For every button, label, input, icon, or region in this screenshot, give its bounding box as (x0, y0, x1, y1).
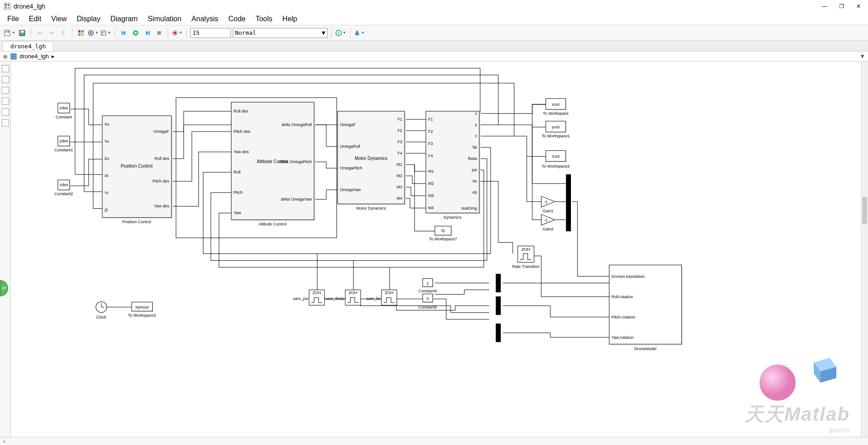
new-model-button[interactable]: ▼ (4, 29, 15, 37)
block-gain1[interactable]: -1 Gain1 (541, 196, 555, 213)
step-forward-button[interactable] (142, 28, 152, 38)
stop-time-input[interactable] (190, 28, 231, 38)
menu-file[interactable]: File (3, 14, 24, 24)
run-button[interactable] (131, 28, 141, 38)
maximize-button[interactable]: ❐ (839, 3, 845, 9)
svg-rect-10 (78, 30, 80, 33)
hide-browser-button[interactable]: ◉ (3, 53, 8, 60)
stop-button[interactable] (154, 28, 164, 38)
svg-text:Motor Dynamics: Motor Dynamics (355, 156, 387, 161)
palette-image-icon[interactable] (2, 108, 9, 116)
up-button[interactable]: ⇧ (58, 28, 68, 38)
palette-annotate-icon[interactable] (2, 98, 9, 105)
svg-text:OmegaF: OmegaF (153, 129, 170, 134)
svg-rect-19 (122, 31, 123, 35)
block-to-workspace-f3[interactable]: f3 To Workspace7 (429, 226, 457, 241)
forward-button[interactable]: ⇨ (47, 28, 57, 38)
block-mux-3[interactable] (496, 297, 500, 315)
breadcrumb-dropdown[interactable]: ▼ (859, 53, 865, 60)
svg-rect-16 (101, 31, 106, 35)
model-tab[interactable]: drone4_lgh (3, 41, 53, 51)
palette-box-icon[interactable] (2, 119, 9, 126)
svg-text:zout: zout (552, 154, 560, 159)
record-button[interactable]: ▼ (172, 30, 183, 36)
palette-signal-icon[interactable] (2, 87, 9, 94)
svg-text:Constant1: Constant1 (54, 148, 73, 152)
svg-rect-2 (8, 4, 9, 6)
block-dynamics[interactable]: F1 F2 F3 F4 M1 M2 M3 M4 x y z fai theta … (426, 111, 481, 220)
block-motor-dynamics[interactable]: Motor Dynamics OmegaF OmegaRoll OmegaPit… (338, 111, 406, 211)
menu-simulation[interactable]: Simulation (143, 14, 186, 24)
save-button[interactable] (17, 28, 27, 38)
menu-display[interactable]: Display (72, 14, 105, 24)
block-attitude-control[interactable]: Attitude Control Roll des Pitch des Yaw … (231, 102, 315, 226)
menu-view[interactable]: View (47, 14, 71, 24)
block-to-workspace-xout[interactable]: xout To Workspace (543, 98, 569, 116)
block-dronemodel[interactable]: Drone4.translation Roll.rotation Pitch.r… (609, 265, 683, 351)
block-rate-transition[interactable]: ZOH Rate Transition (512, 246, 540, 268)
breadcrumb-root[interactable]: drone4_lgh (19, 53, 49, 60)
svg-text:Position Control: Position Control (121, 164, 153, 169)
svg-text:Motor Dynamics: Motor Dynamics (356, 206, 386, 211)
menu-tools[interactable]: Tools (251, 14, 277, 24)
minimize-button[interactable]: — (822, 3, 828, 9)
explorer-button[interactable]: ▼ (100, 30, 111, 36)
block-to-workspace-zout[interactable]: zout To Workspace2 (542, 150, 570, 169)
svg-text:M4: M4 (428, 206, 434, 210)
svg-text:delta OmegaPitch: delta OmegaPitch (279, 159, 312, 164)
model-config-button[interactable]: ▼ (88, 30, 99, 36)
block-position-control[interactable]: Position Control Xo Yo Zo Xt Yt Zt Omega… (102, 116, 173, 224)
svg-text:Ve: Ve (472, 179, 477, 183)
svg-rect-21 (149, 31, 150, 35)
block-sam-psi[interactable]: ZOH sam_psi (293, 290, 325, 305)
svg-text:ZOH: ZOH (349, 290, 357, 295)
block-constant-ydes[interactable]: ydes Constant1 (54, 136, 73, 152)
svg-text:Roll: Roll (233, 170, 241, 174)
svg-point-15 (90, 32, 92, 34)
vertical-scrollbar[interactable] (861, 61, 868, 437)
block-sam-fai[interactable]: ZOH sam_fai (366, 290, 397, 305)
menu-analysis[interactable]: Analysis (187, 14, 223, 24)
svg-text:DroneModel: DroneModel (634, 347, 656, 351)
svg-rect-9 (20, 31, 24, 33)
block-gain2[interactable]: -1 Gain2 (541, 214, 555, 231)
library-browser-button[interactable] (76, 28, 86, 38)
block-mux-2[interactable] (496, 274, 500, 292)
palette-fit-icon[interactable] (2, 76, 9, 83)
step-back-button[interactable] (119, 28, 129, 38)
simulation-mode-select[interactable]: Normal▼ (233, 28, 328, 38)
menu-edit[interactable]: Edit (24, 14, 46, 24)
fastrestart-button[interactable]: ▼ (335, 30, 346, 36)
back-button[interactable]: ⇦ (35, 28, 45, 38)
block-constant-zdes[interactable]: zdes Constant2 (54, 180, 73, 196)
svg-text:OmegaPitch: OmegaPitch (340, 166, 363, 170)
svg-text:Rate Transition: Rate Transition (512, 264, 540, 269)
svg-text:Roll des: Roll des (233, 109, 248, 113)
app-icon (4, 3, 11, 10)
svg-text:Zt: Zt (104, 208, 108, 212)
block-to-workspace-tsimout[interactable]: tsimout To Workspace3 (128, 302, 156, 318)
block-constant4[interactable]: 1 Constant4 (418, 279, 437, 293)
svg-marker-123 (541, 214, 555, 225)
svg-text:ZOH: ZOH (385, 290, 393, 295)
svg-text:M3: M3 (428, 193, 434, 198)
close-button[interactable]: ✕ (856, 3, 863, 9)
block-mux-4[interactable] (496, 324, 500, 342)
svg-text:Roll des: Roll des (155, 156, 170, 161)
menu-help[interactable]: Help (278, 14, 302, 24)
svg-text:Pitch des: Pitch des (233, 129, 250, 134)
svg-text:To Workspace: To Workspace (543, 111, 569, 116)
block-mux[interactable] (566, 174, 571, 231)
block-constant5[interactable]: 0 Constant5 (418, 294, 437, 309)
block-constant-xdes[interactable]: xdes Constant (56, 103, 72, 119)
build-button[interactable]: ▼ (354, 30, 365, 36)
palette-zoom-icon[interactable] (2, 65, 9, 72)
block-clock[interactable]: Clock (96, 302, 107, 319)
menu-code[interactable]: Code (224, 14, 250, 24)
block-to-workspace-yout[interactable]: yout To Workspace1 (542, 121, 570, 138)
model-canvas[interactable]: xdes Constant ydes Constant1 zdes Consta… (11, 61, 868, 437)
svg-rect-13 (81, 33, 84, 36)
menu-diagram[interactable]: Diagram (106, 14, 142, 24)
expand-icon[interactable]: » (3, 438, 6, 445)
block-sam-theta[interactable]: ZOH sam_theta (326, 290, 361, 305)
